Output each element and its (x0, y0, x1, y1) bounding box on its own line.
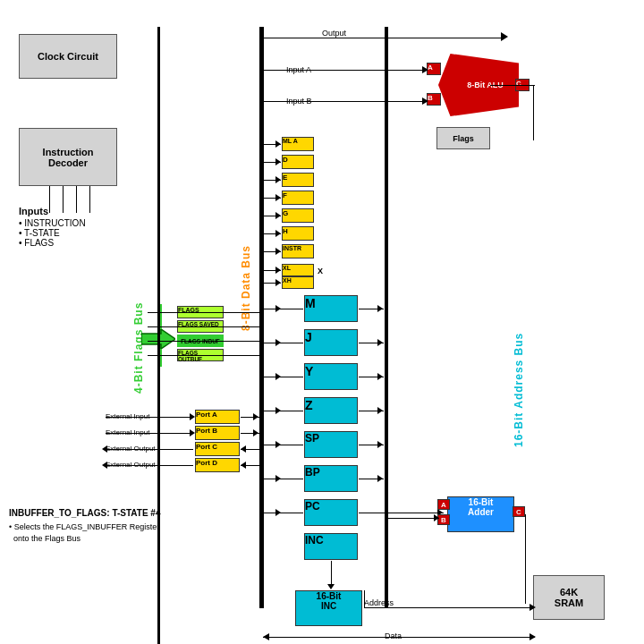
output-arrow (501, 32, 508, 41)
16bit-address-bus-label: 16-Bit Address Bus (513, 250, 525, 447)
input-a-arrow (422, 66, 428, 73)
m-right-arrow (377, 305, 383, 312)
y-right-arrow (377, 373, 383, 380)
reg-xl: XL (282, 264, 314, 276)
flags-to-bus-line2 (148, 326, 259, 327)
reg-h: H (282, 226, 314, 241)
port-b: Port B (195, 426, 240, 440)
left-vbus (157, 27, 160, 644)
j-left-line (263, 343, 303, 343)
data-arrow-left (263, 633, 269, 640)
bp-left-line (263, 479, 303, 479)
inc16-box: 16-Bit INC (295, 590, 362, 626)
adder-b-input: B (437, 514, 450, 525)
decoder-line2 (63, 186, 64, 213)
bus-adder-b-line (388, 518, 439, 519)
alu-c-line (490, 85, 535, 86)
instr-arrow (275, 248, 281, 255)
input-instruction: • INSTRUCTION (19, 218, 86, 228)
x-label: X (318, 267, 323, 275)
pc-left-arrow (275, 509, 281, 516)
alu-b-input: B (427, 93, 441, 106)
ext-input-1-arrow (190, 413, 195, 420)
inc-down-arrow (327, 584, 335, 589)
portc-bus-arrow (241, 445, 246, 453)
reg-j: J (304, 329, 358, 356)
reg-sp: SP (304, 431, 358, 458)
porta-bus-arrow (253, 413, 258, 420)
bp-right-arrow (377, 475, 383, 482)
reg-mla: ML A (282, 137, 314, 151)
address-label: Address (364, 598, 394, 607)
reg-e: E (282, 173, 314, 187)
sp-left-line (263, 445, 303, 445)
flags-to-bus-line3 (148, 341, 259, 342)
flags-to-bus-line1 (148, 312, 259, 313)
input-b-arrow (422, 97, 428, 105)
reg-inc: INC (304, 533, 358, 560)
ext-output-1-arrow (102, 445, 107, 453)
8bit-data-bus-label: 8-Bit Data Bus (240, 98, 252, 331)
e-arrow (275, 176, 281, 183)
reg-d: D (282, 155, 314, 169)
flags-box: Flags (436, 127, 490, 149)
reg-instr: INSTR (282, 244, 314, 258)
reg-pc: PC (304, 499, 358, 526)
reg-z: Z (304, 397, 358, 424)
info-title: INBUFFER_TO_FLAGS: T-STATE #4 (9, 508, 242, 518)
z-right-arrow (377, 407, 383, 414)
sp-right-arrow (377, 441, 383, 448)
adder-sram-vline (525, 514, 526, 604)
alu-a-input: A (427, 63, 441, 75)
portd-bus-arrow (241, 462, 246, 469)
decoder-line3 (76, 186, 77, 213)
reg-xh: XH (282, 276, 314, 289)
reg-bp: BP (304, 465, 358, 492)
pc-left-line (263, 513, 303, 513)
ext-input-2-line (106, 433, 193, 434)
info-desc: • Selects the FLAGS_INBUFFER Register on… (9, 521, 242, 544)
data-label: Data (385, 631, 402, 640)
reg-y: Y (304, 363, 358, 390)
cpu-diagram: Clock Circuit Instruction Decoder Inputs… (0, 0, 644, 644)
h-arrow (275, 230, 281, 237)
data-line (263, 637, 535, 638)
bp-left-arrow (275, 475, 281, 482)
bus-adder-b-arrow (434, 514, 439, 521)
adder16-box: 16-Bit Adder (447, 496, 514, 532)
data-arrow-right (530, 633, 536, 640)
output-label: Output (322, 29, 346, 38)
z-left-line (263, 411, 303, 411)
port-d: Port D (195, 458, 240, 472)
address-arrow (530, 604, 536, 611)
portb-bus-arrow (253, 429, 258, 436)
z-left-arrow (275, 407, 281, 414)
right-vbus (385, 27, 388, 608)
ext-input-2-arrow (190, 429, 195, 436)
m-left-line (263, 309, 303, 309)
j-right-arrow (377, 339, 383, 346)
info-section: INBUFFER_TO_FLAGS: T-STATE #4 • Selects … (9, 508, 242, 544)
flags-label: Flags (453, 134, 474, 143)
xh-arrow (275, 279, 281, 286)
port-c: Port C (195, 442, 240, 456)
g-arrow (275, 212, 281, 219)
f-arrow (275, 194, 281, 201)
ext-output-1-line (106, 449, 193, 450)
decoder-line4 (89, 186, 90, 213)
adder-c-output: C (513, 506, 525, 517)
reg-g: G (282, 208, 314, 223)
inc16-to-addrline (364, 590, 365, 598)
port-a: Port A (195, 410, 240, 424)
m-left-arrow (275, 305, 281, 312)
main-vbus (259, 27, 264, 608)
inc-down-line (331, 561, 332, 586)
ext-output-2-line (106, 465, 193, 466)
decoder-line1 (49, 186, 50, 213)
xl-arrow (275, 267, 281, 274)
flags-to-bus-line4 (148, 355, 259, 356)
reg-f: F (282, 191, 314, 205)
sram-box: 64K SRAM (533, 575, 605, 620)
y-left-arrow (275, 373, 281, 380)
decoder-label: Instruction Decoder (43, 147, 94, 168)
